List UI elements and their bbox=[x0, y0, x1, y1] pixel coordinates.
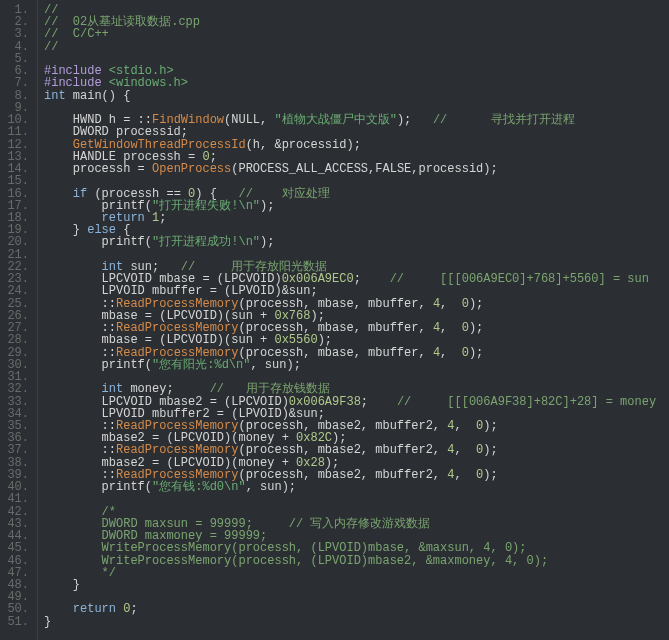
line-number: 45. bbox=[4, 542, 29, 554]
code-line[interactable] bbox=[44, 493, 663, 505]
line-number: 37. bbox=[4, 444, 29, 456]
code-area[interactable]: //// 02从基址读取数据.cpp// C/C++// #include <s… bbox=[38, 0, 669, 640]
code-line[interactable]: } bbox=[44, 579, 663, 591]
line-number: 16. bbox=[4, 188, 29, 200]
line-number-gutter: 1.2.3.4.5.6.7.8.9.10.11.12.13.14.15.16.1… bbox=[0, 0, 38, 640]
code-line[interactable]: return 0; bbox=[44, 603, 663, 615]
line-number: 29. bbox=[4, 347, 29, 359]
line-number: 46. bbox=[4, 555, 29, 567]
line-number: 15. bbox=[4, 175, 29, 187]
code-line[interactable]: printf("您有钱:%d0\n", sun); bbox=[44, 481, 663, 493]
code-line[interactable]: // bbox=[44, 41, 663, 53]
line-number: 3. bbox=[4, 28, 29, 40]
code-line[interactable]: // 02从基址读取数据.cpp bbox=[44, 16, 663, 28]
code-line[interactable]: processh = OpenProcess(PROCESS_ALL_ACCES… bbox=[44, 163, 663, 175]
line-number: 28. bbox=[4, 334, 29, 346]
code-line[interactable]: // C/C++ bbox=[44, 28, 663, 40]
line-number: 50. bbox=[4, 603, 29, 615]
line-number: 32. bbox=[4, 383, 29, 395]
code-line[interactable]: } bbox=[44, 616, 663, 628]
code-line[interactable]: #include <windows.h> bbox=[44, 77, 663, 89]
line-number: 11. bbox=[4, 126, 29, 138]
code-line[interactable]: printf("打开进程成功!\n"); bbox=[44, 236, 663, 248]
code-line[interactable]: */ bbox=[44, 567, 663, 579]
code-line[interactable]: int main() { bbox=[44, 90, 663, 102]
code-editor[interactable]: 1.2.3.4.5.6.7.8.9.10.11.12.13.14.15.16.1… bbox=[0, 0, 669, 640]
code-line[interactable]: printf("您有阳光:%d\n", sun); bbox=[44, 359, 663, 371]
line-number: 41. bbox=[4, 493, 29, 505]
line-number: 20. bbox=[4, 236, 29, 248]
line-number: 33. bbox=[4, 396, 29, 408]
line-number: 51. bbox=[4, 616, 29, 628]
code-line[interactable]: return 1; bbox=[44, 212, 663, 224]
line-number: 24. bbox=[4, 285, 29, 297]
line-number: 42. bbox=[4, 506, 29, 518]
code-line[interactable]: WriteProcessMemory(processh, (LPVOID)mba… bbox=[44, 555, 663, 567]
line-number: 12. bbox=[4, 139, 29, 151]
line-number: 7. bbox=[4, 77, 29, 89]
